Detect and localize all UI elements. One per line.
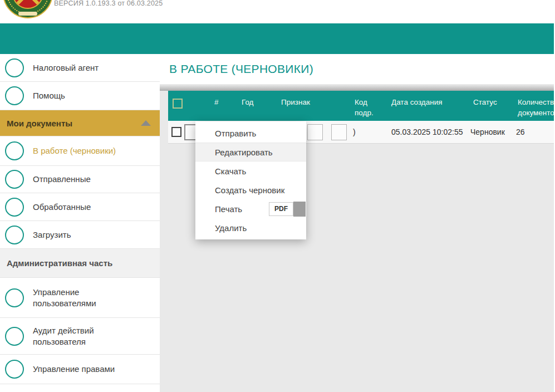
table-header-row: # Год Признак Код подр. Дата создания Ст…	[168, 91, 554, 121]
menu-circle-icon	[5, 327, 24, 346]
ministry-emblem-logo	[3, 0, 53, 18]
top-nav-bar	[0, 23, 554, 54]
title-bar: В РАБОТЕ (ЧЕРНОВИКИ)	[160, 54, 554, 84]
row-context-menu: Отправить Редактировать Скачать Создать …	[195, 121, 306, 239]
row-field-box[interactable]	[307, 124, 323, 140]
app-header: ВЕРСИЯ 1.0.193.3 от 06.03.2025	[0, 0, 555, 23]
sidebar-section-label: Мои документы	[7, 119, 72, 128]
sidebar-item-tax-agent[interactable]: Налоговый агент	[0, 54, 160, 82]
menu-circle-icon	[5, 141, 24, 160]
row-doc-count: 26	[516, 128, 525, 136]
sidebar-section-label: Административная часть	[7, 258, 112, 268]
emblem-ribbon	[18, 12, 37, 16]
app-version-label: ВЕРСИЯ 1.0.193.3 от 06.03.2025	[54, 0, 163, 7]
collapse-up-icon	[141, 120, 151, 126]
sidebar-item-processed[interactable]: Обработанные	[0, 193, 160, 221]
column-header-attribute: Признак	[278, 91, 352, 107]
sidebar-item-upload[interactable]: Загрузить	[0, 221, 160, 249]
sidebar-section-my-documents[interactable]: Мои документы	[0, 110, 160, 136]
sidebar-item-drafts[interactable]: В работе (черновики)	[0, 136, 160, 166]
menu-item-download[interactable]: Скачать	[195, 161, 306, 180]
menu-circle-icon	[5, 170, 24, 189]
pdf-format-button[interactable]: PDF	[269, 202, 293, 216]
app-root: ВЕРСИЯ 1.0.193.3 от 06.03.2025 Налоговый…	[0, 0, 555, 392]
menu-circle-icon	[5, 360, 24, 379]
menu-item-delete[interactable]: Удалить	[195, 218, 306, 237]
column-header-year: Год	[239, 91, 278, 107]
menu-circle-icon	[5, 226, 24, 244]
sidebar-item-user-audit[interactable]: Аудит действий пользователя	[0, 318, 160, 355]
sidebar-nav: Налоговый агент Помощь Мои документы В р…	[0, 54, 160, 392]
row-checkbox[interactable]	[171, 127, 181, 137]
menu-circle-icon	[5, 198, 24, 217]
sidebar-item-label: Налоговый агент	[33, 62, 99, 74]
sidebar-item-rights-management[interactable]: Управление правами	[0, 355, 160, 384]
header-checkbox-cell	[168, 91, 212, 109]
sidebar-item-label: Управление правами	[33, 364, 115, 375]
sidebar-section-admin: Административная часть	[0, 249, 160, 278]
column-header-dept-code: Код подр.	[352, 91, 388, 118]
title-shadow-divider	[160, 84, 554, 91]
print-format-group: PDF	[269, 202, 306, 217]
menu-item-send[interactable]: Отправить	[195, 124, 306, 143]
row-status: Черновик	[470, 128, 505, 136]
sidebar-item-label: В работе (черновики)	[33, 145, 116, 156]
sidebar-item-user-management[interactable]: Управление пользователями	[0, 278, 160, 318]
column-header-created-date: Дата создания	[388, 91, 470, 107]
row-created-date: 05.03.2025 10:02:55	[391, 128, 463, 136]
sidebar-item-label: Загрузить	[33, 229, 71, 241]
menu-item-create-draft[interactable]: Создать черновик	[195, 180, 306, 199]
column-header-number: #	[212, 91, 239, 107]
menu-circle-icon	[5, 58, 24, 77]
menu-item-print-label: Печать	[215, 204, 242, 214]
sidebar-item-label: Помощь	[33, 90, 65, 101]
column-header-doc-count: Количество документов	[515, 91, 554, 118]
sidebar-item-label: Обработанные	[33, 202, 91, 213]
menu-item-edit[interactable]: Редактировать	[195, 143, 306, 161]
sidebar-item-label: Аудит действий пользователя	[33, 325, 136, 347]
select-all-checkbox[interactable]	[173, 99, 183, 109]
menu-circle-icon	[5, 86, 24, 105]
pdf-format-dropdown[interactable]	[293, 202, 306, 217]
menu-circle-icon	[5, 288, 24, 307]
sidebar-item-help[interactable]: Помощь	[0, 82, 160, 110]
sidebar-item-label: Отправленные	[33, 174, 91, 185]
row-field-box[interactable]	[331, 124, 347, 140]
column-header-status: Статус	[470, 91, 515, 107]
sidebar-item-sent[interactable]: Отправленные	[0, 166, 160, 193]
page-title: В РАБОТЕ (ЧЕРНОВИКИ)	[169, 62, 313, 76]
sidebar-item-label: Управление пользователями	[33, 287, 136, 308]
row-attribute-fragment: )	[353, 128, 356, 136]
menu-item-print[interactable]: Печать PDF	[195, 199, 306, 218]
